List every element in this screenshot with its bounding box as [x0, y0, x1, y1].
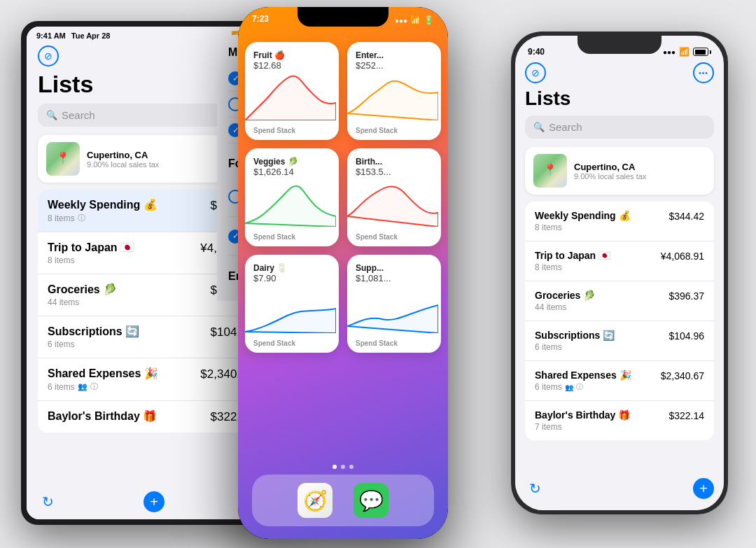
iphone-right-wifi-icon: 📶 [679, 47, 690, 57]
page-dot-2 [349, 465, 354, 469]
iphone-right-search-icon: 🔍 [533, 122, 545, 132]
ipad-list-item-3[interactable]: Subscriptions 🔄 6 items $104.96 [38, 316, 263, 358]
ipad-list-item-0-meta: 8 items ⓘ [48, 213, 158, 223]
iphone-right-item-4-name: Shared Expenses 🎉 [535, 370, 631, 381]
iphone-center-page-dots [238, 465, 448, 469]
widget-supp-chart [347, 284, 441, 333]
iphone-right-list-item-0-left: Weekly Spending 💰 8 items [535, 210, 631, 232]
iphone-right-item-5-name: Baylor's Birthday 🎁 [535, 409, 630, 421]
widget-veggies[interactable]: Veggies 🥬 $1,626.14 Spend Stack [245, 148, 339, 246]
ipad-refresh-button[interactable]: ↻ [38, 492, 57, 512]
iphone-right-action-icon: ⊘ [531, 67, 540, 78]
widget-enter-footer: Spend Stack [356, 127, 398, 134]
iphone-right-list-group: Weekly Spending 💰 8 items $344.42 Trip t… [525, 202, 714, 440]
iphone-right-item-2-name: Groceries 🥬 [535, 290, 595, 301]
ipad-list-item-4-meta: 6 items 👥 ⓘ [48, 381, 158, 392]
iphone-right-location-card[interactable]: 📍 Cupertino, CA 9.00% local sales tax [525, 147, 714, 195]
iphone-right-item-1-name: Trip to Japan 🇯🇵 [535, 250, 610, 261]
iphone-right-device: 9:40 ●●● 📶 ⊘ [511, 31, 728, 514]
iphone-right-signal-icon: ●●● [663, 48, 676, 56]
iphone-widget-grid: Fruit 🍎 $12.68 Spend Stack Enter... $252… [245, 42, 441, 353]
widget-supp-footer: Spend Stack [356, 339, 398, 347]
widget-enter-amount: $252... [356, 60, 433, 71]
iphone-right-list-item-3[interactable]: Subscriptions 🔄 6 items $104.96 [525, 321, 714, 361]
ipad-list-item-0-name: Weekly Spending 💰 [48, 198, 158, 211]
widget-fruit[interactable]: Fruit 🍎 $12.68 Spend Stack [245, 42, 339, 140]
iphone-right-item-0-meta: 8 items [535, 223, 631, 232]
widget-veggies-title: Veggies 🥬 [253, 157, 330, 167]
widget-enter[interactable]: Enter... $252... Spend Stack [347, 42, 441, 140]
iphone-center-battery-icon: 🔋 [424, 15, 434, 25]
iphone-right-list-item-0[interactable]: Weekly Spending 💰 8 items $344.42 [525, 202, 714, 241]
widget-birth-title: Birth... [356, 157, 433, 167]
ipad-list-item-0-left: Weekly Spending 💰 8 items ⓘ [48, 198, 158, 223]
iphone-right-time: 9:40 [528, 47, 545, 57]
iphone-center-notch [298, 7, 388, 27]
widget-birth-footer: Spend Stack [356, 233, 398, 241]
ipad-map-pin-icon: 📍 [56, 151, 70, 164]
iphone-center-signal-icon: ●●● [395, 17, 407, 24]
widget-fruit-title: Fruit 🍎 [253, 50, 330, 60]
iphone-right-info-icon-4: ⓘ [576, 382, 583, 392]
iphone-right-item-0-name: Weekly Spending 💰 [535, 210, 631, 221]
widget-birth-chart [347, 178, 441, 227]
page-dot-0 [332, 465, 337, 469]
ipad-list-item-4-left: Shared Expenses 🎉 6 items 👥 ⓘ [48, 367, 158, 392]
ipad-list-item-2-name: Groceries 🥬 [48, 283, 117, 296]
widget-supp-amount: $1,081... [356, 273, 433, 283]
iphone-right-share-icon-4: 👥 [565, 384, 573, 391]
iphone-right-list-item-5[interactable]: Baylor's Birthday 🎁 7 items $322.14 [525, 401, 714, 440]
iphone-right-list-item-4[interactable]: Shared Expenses 🎉 6 items 👥 ⓘ $2,340.67 [525, 361, 714, 401]
widget-dairy[interactable]: Dairy 🥛 $7.90 Spend Stack [245, 255, 339, 353]
iphone-right-more-button[interactable]: ••• [693, 62, 714, 83]
widget-supp-title: Supp... [356, 263, 433, 273]
iphone-center-wifi-icon: 📶 [410, 15, 421, 25]
iphone-right-item-0-amount: $344.42 [668, 211, 704, 222]
ipad-list-item-2-meta: 44 items [48, 297, 117, 307]
ipad-share-icon-4: 👥 [78, 382, 88, 391]
iphone-right-search-placeholder: Search [549, 121, 582, 133]
ipad-list-item-5-name: Baylor's Birthday 🎁 [48, 409, 157, 423]
ipad-search-placeholder: Search [62, 109, 95, 121]
ipad-list-item-1-left: Trip to Japan 🇯🇵 8 items [48, 241, 134, 265]
iphone-right-item-1-amount: ¥4,068.91 [661, 251, 704, 262]
ipad-list-item-5-left: Baylor's Birthday 🎁 [48, 409, 157, 423]
iphone-right-search-bar[interactable]: 🔍 Search [525, 115, 714, 139]
dock-safari-icon[interactable]: 🧭 [298, 483, 332, 518]
iphone-right-list-item-2[interactable]: Groceries 🥬 44 items $396.37 [525, 281, 714, 321]
iphone-right-map-pin-icon: 📍 [543, 163, 557, 176]
widget-birth[interactable]: Birth... $153.5... Spend Stack [347, 148, 441, 246]
ipad-status-left: 9:41 AM Tue Apr 28 [36, 31, 110, 40]
ipad-list-item-4[interactable]: Shared Expenses 🎉 6 items 👥 ⓘ $2,340.67 [38, 358, 263, 401]
iphone-right-location-name: Cupertino, CA [574, 162, 646, 172]
iphone-right-title: Lists [525, 85, 714, 115]
iphone-right-item-2-amount: $396.37 [668, 290, 704, 302]
ipad-list-item-1-meta: 8 items [48, 255, 134, 265]
iphone-right-action-button[interactable]: ⊘ [525, 62, 546, 83]
widget-dairy-footer: Spend Stack [253, 339, 295, 347]
iphone-right-item-3-name: Subscriptions 🔄 [535, 330, 615, 341]
ipad-list-item-5[interactable]: Baylor's Birthday 🎁 $322.14 [38, 401, 263, 433]
ipad-info-icon-4: ⓘ [90, 381, 98, 392]
ipad-info-icon-0: ⓘ [78, 213, 85, 223]
iphone-right-battery [693, 48, 711, 56]
ipad-list-item-2-left: Groceries 🥬 44 items [48, 283, 117, 307]
widget-veggies-footer: Spend Stack [253, 233, 295, 241]
dock-messages-icon[interactable]: 💬 [354, 483, 388, 518]
widget-dairy-amount: $7.90 [253, 273, 330, 283]
ipad-action-button[interactable]: ⊘ [38, 45, 59, 66]
iphone-center-time: 7:23 [252, 14, 269, 24]
iphone-right-item-5-amount: $322.14 [668, 410, 704, 421]
ipad-time: 9:41 AM [36, 31, 66, 40]
ipad-add-button[interactable]: + [144, 491, 164, 512]
ipad-list-item-3-name: Subscriptions 🔄 [48, 325, 139, 338]
iphone-right-refresh-button[interactable]: ↻ [525, 479, 545, 498]
widget-supp[interactable]: Supp... $1,081... Spend Stack [347, 255, 441, 353]
ipad-location-name: Cupertino, CA [87, 150, 159, 160]
ipad-list-item-4-name: Shared Expenses 🎉 [48, 367, 158, 380]
iphone-right-status-right: ●●● 📶 [663, 47, 711, 57]
iphone-right-add-button[interactable]: + [693, 478, 714, 499]
widget-birth-amount: $153.5... [356, 167, 433, 177]
iphone-right-list-item-1[interactable]: Trip to Japan 🇯🇵 8 items ¥4,068.91 [525, 241, 714, 281]
widget-dairy-title: Dairy 🥛 [253, 263, 330, 273]
